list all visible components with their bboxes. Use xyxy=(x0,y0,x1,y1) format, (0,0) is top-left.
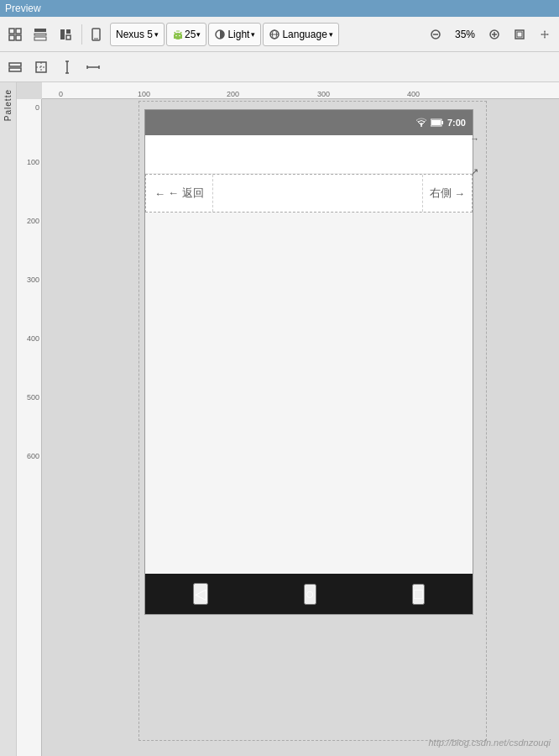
language-label: Language xyxy=(282,29,327,40)
theme-dropdown[interactable]: Light ▾ xyxy=(208,23,261,46)
svg-rect-4 xyxy=(34,29,46,32)
device-dropdown[interactable]: Nexus 5 ▾ xyxy=(110,23,165,46)
ruler-h-100: 100 xyxy=(138,90,150,98)
ruler-v-0: 0 xyxy=(35,103,39,112)
baseline-btn[interactable] xyxy=(81,55,105,80)
canvas-area[interactable]: 0 100 200 300 400 0 100 200 300 400 500 … xyxy=(17,82,559,756)
android-icon xyxy=(172,29,184,40)
svg-rect-7 xyxy=(60,29,65,39)
svg-point-41 xyxy=(421,125,422,127)
api-label: 25 xyxy=(185,29,196,40)
view-grid-btn[interactable] xyxy=(29,22,52,47)
toggle-panels-btn[interactable] xyxy=(3,55,27,80)
zoom-in-icon xyxy=(488,29,500,40)
arrow-top-right: → xyxy=(470,134,479,144)
app-bar-empty: → xyxy=(145,135,473,174)
secondary-toolbar xyxy=(0,52,559,82)
pan-icon xyxy=(539,29,551,40)
svg-rect-31 xyxy=(9,68,21,71)
ruler-v-100: 100 xyxy=(27,158,39,166)
svg-point-16 xyxy=(175,34,177,36)
recent-nav-btn[interactable]: □ xyxy=(412,584,425,605)
battery-icon xyxy=(431,118,444,127)
zoom-out-btn[interactable] xyxy=(425,22,447,47)
svg-rect-3 xyxy=(16,35,21,40)
main-area: Palette 0 100 200 300 400 0 100 200 300 … xyxy=(0,82,559,756)
zoom-in-btn[interactable] xyxy=(483,22,505,47)
view-blueprint-btn[interactable] xyxy=(54,22,77,47)
ruler-v-300: 300 xyxy=(27,276,39,284)
wifi-icon xyxy=(415,118,427,128)
svg-rect-1 xyxy=(16,29,21,34)
zoom-controls: 35% xyxy=(425,22,556,47)
constraints-icon xyxy=(34,60,48,74)
ruler-v-400: 400 xyxy=(27,334,39,343)
horizontal-ruler: 0 100 200 300 400 xyxy=(42,82,559,99)
fit-btn[interactable] xyxy=(509,22,530,47)
fit-screen-icon xyxy=(514,29,525,40)
ruler-v-200: 200 xyxy=(27,217,39,225)
palette-panel: Palette xyxy=(0,82,17,756)
theme-label: Light xyxy=(227,29,249,40)
svg-rect-5 xyxy=(34,34,46,35)
right-arrow-icon: → xyxy=(454,187,465,200)
vertical-ruler: 0 100 200 300 400 500 600 xyxy=(17,99,42,756)
zoom-level: 35% xyxy=(450,29,480,40)
device-label: Nexus 5 xyxy=(116,29,153,40)
pan-btn[interactable] xyxy=(534,22,556,47)
language-dropdown[interactable]: Language ▾ xyxy=(263,23,338,46)
action-bar: ← ← 返回 右側 → ↗ xyxy=(145,174,473,213)
svg-rect-6 xyxy=(34,37,46,40)
svg-rect-0 xyxy=(9,29,14,34)
time-display: 7:00 xyxy=(447,118,466,128)
sep1 xyxy=(81,24,82,45)
title-label: Preview xyxy=(5,3,41,14)
back-nav-btn[interactable]: ◁ xyxy=(193,583,208,605)
svg-rect-13 xyxy=(174,34,182,39)
globe-icon xyxy=(269,29,280,40)
ruler-h-200: 200 xyxy=(227,90,239,98)
ruler-h-300: 300 xyxy=(317,90,330,98)
status-bar: 7:00 xyxy=(145,110,473,135)
arrow-top-right2: ↗ xyxy=(471,166,478,177)
api-dropdown-icon: ▾ xyxy=(196,30,201,39)
device-dropdown-icon: ▾ xyxy=(154,30,159,39)
right-label: 右側 xyxy=(430,186,452,201)
ruler-h-400: 400 xyxy=(407,90,420,98)
content-area xyxy=(145,213,473,574)
view-design-btn[interactable] xyxy=(3,22,27,47)
back-nav-icon: ◁ xyxy=(195,585,206,602)
back-label: ← 返回 xyxy=(168,186,204,201)
svg-line-15 xyxy=(180,32,181,34)
right-action-area: 右側 → xyxy=(423,175,472,212)
ruler-h-0: 0 xyxy=(59,90,63,98)
constraints-btn[interactable] xyxy=(29,55,53,80)
home-nav-icon: ○ xyxy=(306,585,315,602)
api-dropdown[interactable]: 25 ▾ xyxy=(166,23,206,46)
palette-label: Palette xyxy=(3,89,13,121)
svg-line-14 xyxy=(175,32,175,34)
margin-btn[interactable] xyxy=(55,55,79,80)
svg-rect-44 xyxy=(431,120,441,125)
back-arrow-icon: ← xyxy=(154,187,165,200)
action-bar-center xyxy=(213,175,423,212)
bottom-nav: ◁ ○ □ xyxy=(145,574,473,614)
ruler-v-600: 600 xyxy=(27,452,39,460)
svg-rect-2 xyxy=(9,35,14,40)
home-nav-btn[interactable]: ○ xyxy=(304,584,316,605)
main-toolbar: Nexus 5 ▾ 25 ▾ Light ▾ Language ▾ 35% xyxy=(0,17,559,52)
ruler-v-500: 500 xyxy=(27,393,39,402)
recent-nav-icon: □ xyxy=(414,585,423,602)
theme-icon xyxy=(214,29,226,40)
zoom-out-icon xyxy=(430,29,441,40)
status-icons: 7:00 xyxy=(415,118,466,128)
svg-rect-30 xyxy=(9,63,21,66)
baseline-icon xyxy=(86,60,100,74)
toggle-panels-icon xyxy=(8,62,22,72)
device-preview: 7:00 → ← ← 返回 右側 → xyxy=(144,109,473,615)
orientation-btn[interactable] xyxy=(86,22,108,47)
title-bar: Preview xyxy=(0,0,559,17)
theme-dropdown-icon: ▾ xyxy=(251,30,255,39)
svg-point-17 xyxy=(179,34,180,36)
watermark: http://blog.csdn.net/csdnzouqi xyxy=(428,738,551,748)
